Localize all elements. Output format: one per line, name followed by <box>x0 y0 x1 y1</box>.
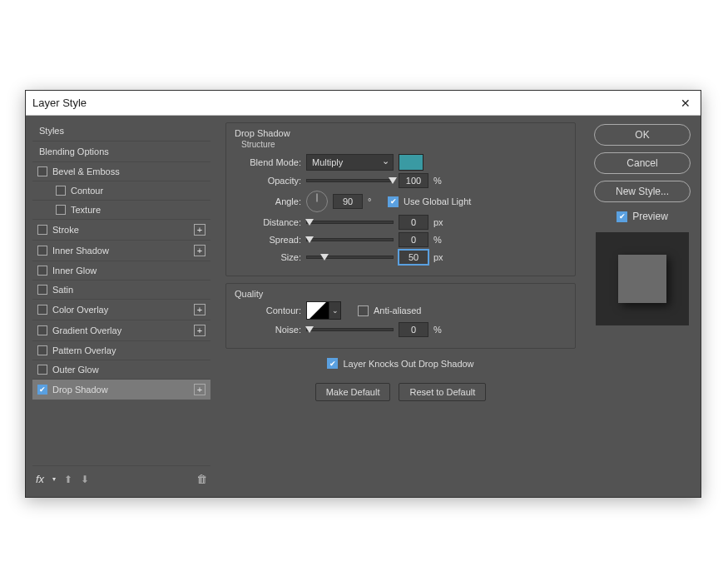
arrow-up-icon[interactable]: ⬆ <box>64 474 72 485</box>
chevron-down-icon[interactable]: ⌄ <box>329 301 341 320</box>
plus-icon[interactable]: + <box>194 304 206 315</box>
cancel-button[interactable]: Cancel <box>594 152 691 174</box>
noise-input[interactable]: 0 <box>399 322 428 337</box>
opacity-row: Opacity: 100 % <box>235 173 567 188</box>
arrow-down-icon[interactable]: ⬇ <box>81 474 89 485</box>
structure-group: Drop Shadow Structure Blend Mode: Multip… <box>225 122 576 276</box>
ok-button[interactable]: OK <box>594 124 691 146</box>
layer-style-dialog: Layer Style ✕ Styles Blending Options Be… <box>25 90 701 498</box>
sidebar-item-outer-glow[interactable]: Outer Glow <box>32 360 210 379</box>
titlebar: Layer Style ✕ <box>26 91 701 116</box>
plus-icon[interactable]: + <box>194 325 206 336</box>
styles-sidebar: Styles Blending Options Bevel & Emboss C… <box>26 116 217 497</box>
sidebar-item-label: Inner Glow <box>52 266 206 276</box>
sidebar-item-label: Color Overlay <box>52 305 189 315</box>
preview-swatch <box>618 255 666 303</box>
plus-icon[interactable]: + <box>194 224 206 236</box>
dialog-body: Styles Blending Options Bevel & Emboss C… <box>26 116 701 497</box>
sidebar-item-gradient-overlay[interactable]: Gradient Overlay + <box>32 320 210 340</box>
structure-label: Structure <box>241 140 567 149</box>
checkbox-icon[interactable] <box>56 186 66 196</box>
checkbox-icon[interactable] <box>37 345 47 355</box>
checkbox-icon[interactable] <box>56 205 66 215</box>
opacity-unit: % <box>433 176 448 186</box>
reset-default-button[interactable]: Reset to Default <box>399 383 486 401</box>
sidebar-item-contour[interactable]: Contour <box>32 181 210 200</box>
sidebar-item-drop-shadow[interactable]: ✔ Drop Shadow + <box>32 379 210 400</box>
use-global-light-checkbox[interactable]: ✔ <box>388 196 399 207</box>
checkbox-icon[interactable] <box>37 285 47 295</box>
checkbox-icon[interactable] <box>37 305 47 315</box>
trash-icon[interactable]: 🗑 <box>196 473 207 485</box>
blend-mode-row: Blend Mode: Multiply <box>235 154 567 171</box>
chevron-down-icon[interactable]: ▾ <box>52 475 56 483</box>
checkbox-icon[interactable] <box>37 166 47 176</box>
blend-mode-select[interactable]: Multiply <box>306 154 394 171</box>
blend-mode-value: Multiply <box>312 157 343 167</box>
sidebar-item-texture[interactable]: Texture <box>32 200 210 219</box>
angle-dial[interactable] <box>306 191 328 212</box>
sidebar-item-inner-shadow[interactable]: Inner Shadow + <box>32 240 210 261</box>
plus-icon[interactable]: + <box>194 245 206 256</box>
opacity-slider[interactable] <box>306 179 394 182</box>
checkbox-icon[interactable] <box>37 325 47 335</box>
checkbox-icon[interactable] <box>37 246 47 256</box>
sidebar-item-label: Contour <box>71 186 206 196</box>
make-default-button[interactable]: Make Default <box>315 383 391 401</box>
settings-main: Drop Shadow Structure Blend Mode: Multip… <box>217 116 584 497</box>
angle-input[interactable]: 90 <box>333 194 363 209</box>
blending-options-header[interactable]: Blending Options <box>32 141 210 161</box>
size-input[interactable]: 50 <box>399 250 428 265</box>
angle-label: Angle: <box>235 196 301 206</box>
sidebar-item-bevel-emboss[interactable]: Bevel & Emboss <box>32 161 210 181</box>
anti-aliased-checkbox[interactable] <box>358 305 369 316</box>
sidebar-item-pattern-overlay[interactable]: Pattern Overlay <box>32 340 210 360</box>
spread-unit: % <box>433 235 448 245</box>
spread-slider[interactable] <box>306 238 394 241</box>
quality-group: Quality Contour: ⌄ Anti-aliased Noise: 0 <box>225 283 576 349</box>
sidebar-item-color-overlay[interactable]: Color Overlay + <box>32 299 210 320</box>
plus-icon[interactable]: + <box>194 384 206 395</box>
knockout-checkbox[interactable]: ✔ <box>327 358 338 369</box>
opacity-input[interactable]: 100 <box>399 173 428 188</box>
distance-unit: px <box>433 217 448 227</box>
noise-slider[interactable] <box>306 328 394 331</box>
spread-row: Spread: 0 % <box>235 232 567 247</box>
sidebar-item-label: Drop Shadow <box>52 385 189 395</box>
right-column: OK Cancel New Style... ✔ Preview <box>584 116 701 497</box>
sidebar-item-label: Stroke <box>52 225 189 235</box>
quality-label: Quality <box>235 289 567 299</box>
size-slider[interactable] <box>306 256 394 259</box>
preview-panel <box>596 232 689 325</box>
checkbox-icon[interactable]: ✔ <box>37 385 47 395</box>
contour-picker[interactable] <box>306 301 329 320</box>
size-unit: px <box>433 252 448 262</box>
size-row: Size: 50 px <box>235 250 567 265</box>
noise-row: Noise: 0 % <box>235 322 567 337</box>
preview-checkbox[interactable]: ✔ <box>617 211 627 222</box>
spread-input[interactable]: 0 <box>399 232 428 247</box>
preview-toggle[interactable]: ✔ Preview <box>617 211 668 222</box>
checkbox-icon[interactable] <box>37 225 47 235</box>
new-style-button[interactable]: New Style... <box>594 181 691 202</box>
sidebar-item-inner-glow[interactable]: Inner Glow <box>32 261 210 280</box>
checkbox-icon[interactable] <box>37 266 47 276</box>
styles-header[interactable]: Styles <box>32 121 210 141</box>
distance-input[interactable]: 0 <box>399 215 428 230</box>
sidebar-item-label: Pattern Overlay <box>52 345 206 355</box>
spread-label: Spread: <box>235 235 301 245</box>
sidebar-item-stroke[interactable]: Stroke + <box>32 219 210 240</box>
checkbox-icon[interactable] <box>37 365 47 375</box>
use-global-light-label: Use Global Light <box>404 196 471 206</box>
sidebar-item-label: Gradient Overlay <box>52 325 189 335</box>
close-icon[interactable]: ✕ <box>677 95 694 112</box>
shadow-color-swatch[interactable] <box>399 154 423 171</box>
fx-icon[interactable]: fx <box>36 473 44 485</box>
sidebar-footer: fx ▾ ⬆ ⬇ 🗑 <box>32 465 210 492</box>
sidebar-item-satin[interactable]: Satin <box>32 280 210 299</box>
dialog-title: Layer Style <box>32 97 677 109</box>
sidebar-item-label: Inner Shadow <box>52 246 189 256</box>
knockout-label: Layer Knocks Out Drop Shadow <box>343 359 473 369</box>
angle-row: Angle: 90 ° ✔ Use Global Light <box>235 191 567 212</box>
distance-slider[interactable] <box>306 221 394 224</box>
